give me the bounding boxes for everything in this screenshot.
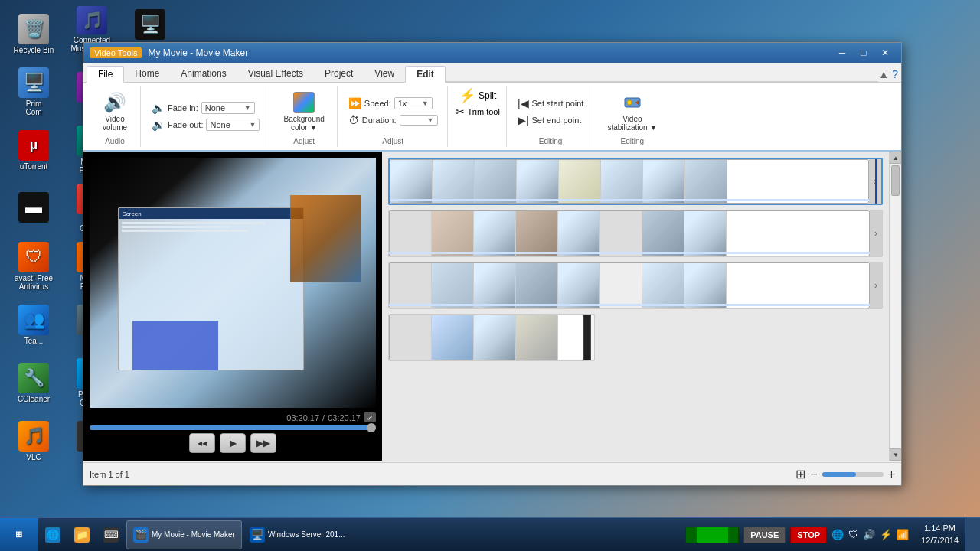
background-color-icon	[293, 92, 315, 113]
zoom-in-button[interactable]: +	[888, 468, 895, 481]
video-stab-button[interactable]: Videostabilization ▼	[601, 89, 663, 135]
taskbar-icon-ie[interactable]: 🌐	[39, 520, 67, 549]
clip-thumb-2f	[600, 211, 642, 256]
zoom-slider-fill	[822, 472, 856, 477]
ribbon-group-video-volume: 🔊 Video volume Audio	[90, 86, 141, 147]
trim-icon: ✂	[456, 106, 465, 118]
desktop-icon-ccleaner[interactable]: 🔧 CCleaner	[6, 355, 61, 410]
title-bar: Video Tools My Movie - Movie Maker ─ □ ✕	[83, 43, 901, 63]
timeline-container: ›	[382, 152, 901, 461]
playback-controls: ◂◂ ▶ ▶▶	[189, 433, 276, 453]
clip-thumb-1e	[559, 160, 601, 203]
adjust-group-label2: Adjust	[345, 135, 441, 145]
duration-dropdown[interactable]: ▼	[400, 115, 438, 126]
tab-animations[interactable]: Animations	[170, 65, 237, 82]
clip-thumb-1f	[601, 160, 643, 203]
start-button[interactable]: ⊞	[0, 518, 38, 552]
cmd-icon: ⌨	[103, 527, 119, 543]
current-time: 03:20.17	[286, 413, 319, 422]
clip-thumb-1g	[643, 160, 685, 203]
explorer-icon: 📁	[74, 527, 90, 543]
track-clip-2	[389, 210, 870, 256]
taskbar-icon-cmd[interactable]: ⌨	[97, 520, 125, 549]
clip-thumb-2h	[684, 211, 727, 256]
desktop-icon-teamviewer[interactable]: 👥 Tea...	[6, 297, 61, 352]
track-expand-3[interactable]: ›	[870, 262, 882, 308]
video-tools-badge: Video Tools	[90, 47, 142, 58]
speed-dropdown[interactable]: 1x ▼	[394, 97, 433, 109]
clip-thumb-3g	[642, 263, 684, 308]
video-volume-button[interactable]: 🔊 Video volume	[96, 89, 134, 135]
duration-icon: ⏱	[348, 114, 359, 126]
desktop-icon-vlc[interactable]: 🎵 VLC	[6, 413, 61, 468]
video-preview: Screen	[83, 152, 382, 461]
clip-thumb-1b	[433, 160, 475, 203]
tab-visual-effects[interactable]: Visual Effects	[237, 65, 314, 82]
timeline-track-3: ›	[388, 262, 883, 309]
fastforward-button[interactable]: ▶▶	[250, 433, 276, 453]
rewind-button[interactable]: ◂◂	[189, 433, 215, 453]
tab-home[interactable]: Home	[124, 65, 170, 82]
help-icon[interactable]: ?	[892, 68, 898, 80]
desktop: 🗑️ Recycle Bin 🖥️ PrimCom µ uTorrent ▬ 🛡…	[0, 0, 980, 551]
ribbon-group-speed: ⏩ Speed: 1x ▼ ⏱ Duration:	[339, 86, 448, 147]
svg-point-2	[627, 100, 632, 105]
background-color-button[interactable]: Backgroundcolor ▼	[277, 89, 330, 135]
zoom-out-button[interactable]: −	[810, 468, 817, 481]
track-progress-3	[389, 304, 870, 306]
stop-button[interactable]: STOP	[790, 527, 827, 543]
taskbar-item-moviemaker[interactable]: 🎬 My Movie - Movie Maker	[126, 520, 242, 549]
zoom-slider[interactable]	[822, 472, 884, 477]
show-desktop-button[interactable]	[965, 518, 980, 552]
maximize-button[interactable]: □	[854, 45, 874, 60]
tray-icon-battery: ⚡	[880, 529, 892, 540]
set-end-button[interactable]: ▶| Set end point	[514, 112, 587, 128]
tab-view[interactable]: View	[364, 65, 405, 82]
clip-thumb-3d	[516, 263, 558, 308]
desktop-icon-black[interactable]: ▬	[6, 181, 61, 236]
close-button[interactable]: ✕	[875, 45, 895, 60]
scroll-up-button[interactable]: ▲	[890, 152, 901, 164]
video-seek-bar[interactable]	[90, 425, 376, 430]
tray-icon-network: 🌐	[831, 529, 844, 540]
desktop-icon-avast[interactable]: 🛡 avast! FreeAntivirus	[6, 239, 61, 294]
video-frame: Screen	[90, 158, 376, 408]
title-bar-controls: ─ □ ✕	[832, 45, 895, 60]
taskbar-clock[interactable]: 1:14 PM 12/7/2014	[915, 523, 965, 546]
fade-in-row: 🔈 Fade in: None ▼	[149, 100, 263, 116]
clip-thumb-1c	[475, 160, 517, 203]
seek-thumb[interactable]	[367, 423, 376, 432]
taskbar-icon-windows-server-task[interactable]: 🖥️ Windows Server 201...	[243, 520, 351, 549]
minimize-button[interactable]: ─	[832, 45, 852, 60]
pause-button[interactable]: PAUSE	[743, 527, 786, 543]
track-expand-2[interactable]: ›	[870, 210, 882, 256]
desktop-icon-recycle-bin[interactable]: 🗑️ Recycle Bin	[6, 6, 61, 61]
play-button[interactable]: ▶	[220, 433, 246, 453]
ribbon-expand-icon[interactable]: ▲	[878, 68, 889, 80]
tab-edit[interactable]: Edit	[405, 66, 446, 83]
set-start-button[interactable]: |◀ Set start point	[514, 96, 587, 111]
playhead-1	[875, 159, 877, 204]
scroll-track[interactable]	[890, 164, 901, 448]
split-label: Split	[479, 90, 496, 101]
expand-button[interactable]: ⤢	[364, 412, 376, 422]
taskbar-icon-explorer[interactable]: 📁	[68, 520, 96, 549]
start-icon: ⊞	[15, 530, 22, 540]
desktop-icon-utorrent[interactable]: µ uTorrent	[6, 122, 61, 178]
tray-icon-volume: 🔊	[863, 529, 875, 540]
adjust-group-label: Adjust	[277, 135, 330, 145]
tab-project[interactable]: Project	[314, 65, 364, 82]
clip-thumb-2d	[516, 211, 558, 256]
desktop-icon-prim[interactable]: 🖥️ PrimCom	[6, 64, 61, 119]
scroll-down-button[interactable]: ▼	[890, 448, 901, 461]
fade-out-dropdown[interactable]: None ▼	[206, 119, 260, 131]
taskbar-tray: PAUSE STOP 🌐 🛡 🔊 ⚡ 📶	[679, 527, 915, 543]
timeline-scrollbar: ▲ ▼	[889, 152, 901, 461]
status-bar-right: ⊞ − +	[795, 467, 895, 481]
duration-arrow: ▼	[427, 116, 434, 124]
scroll-thumb[interactable]	[891, 165, 900, 196]
clip-thumb-3c	[474, 263, 516, 308]
tab-file[interactable]: File	[87, 66, 124, 83]
fade-in-dropdown[interactable]: None ▼	[201, 102, 255, 114]
fit-button[interactable]: ⊞	[795, 467, 805, 481]
